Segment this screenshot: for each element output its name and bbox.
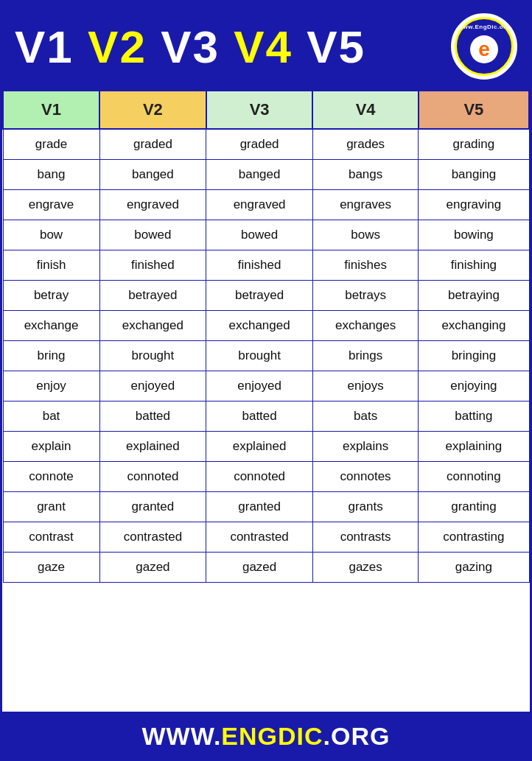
table-row: contrastcontrastedcontrastedcontrastscon… <box>3 522 529 553</box>
table-cell: brought <box>206 341 313 371</box>
table-cell: bow <box>3 220 99 250</box>
table-cell: connotes <box>312 462 418 492</box>
table-cell: betray <box>3 281 99 311</box>
table-row: gazegazedgazedgazesgazing <box>3 553 529 583</box>
logo-url-top: www.EngDic.org <box>458 24 510 30</box>
table-row: grantgrantedgrantedgrantsgranting <box>3 492 529 522</box>
table-cell: engraves <box>312 190 418 220</box>
table-cell: finished <box>99 250 206 281</box>
table-cell: exchanges <box>312 311 418 341</box>
title-v3: V3 <box>161 21 234 72</box>
page-footer: WWW.ENGDIC.ORG <box>0 712 532 761</box>
main-title: V1 V2 V3 V4 V5 <box>15 21 365 73</box>
table-cell: bring <box>3 341 99 371</box>
table-cell: gazed <box>206 553 313 583</box>
table-cell: connoting <box>419 462 529 492</box>
table-cell: batted <box>99 401 206 432</box>
table-cell: bangs <box>312 160 418 190</box>
table-cell: exchanged <box>99 311 206 341</box>
table-cell: betraying <box>419 281 529 311</box>
table-cell: finish <box>3 250 99 281</box>
title-v2: V2 <box>88 21 161 72</box>
table-row: engraveengravedengravedengravesengraving <box>3 190 529 220</box>
table-cell: brings <box>312 341 418 371</box>
page-header: V1 V2 V3 V4 V5 www.EngDic.org e <box>0 0 532 90</box>
table-cell: brought <box>99 341 206 371</box>
table-row: batbattedbattedbatsbatting <box>3 401 529 432</box>
title-v4: V4 <box>234 21 307 72</box>
table-row: bangbangedbangedbangsbanging <box>3 160 529 190</box>
table-cell: bat <box>3 401 99 432</box>
table-row: connoteconnotedconnotedconnotesconnoting <box>3 462 529 492</box>
table-cell: bats <box>312 401 418 432</box>
table-cell: gazes <box>312 553 418 583</box>
table-row: bringbroughtbroughtbringsbringing <box>3 341 529 371</box>
table-cell: banging <box>419 160 529 190</box>
table-cell: exchange <box>3 311 99 341</box>
table-row: betraybetrayedbetrayedbetraysbetraying <box>3 281 529 311</box>
table-cell: finishing <box>419 250 529 281</box>
table-cell: engraved <box>99 190 206 220</box>
table-cell: bowed <box>99 220 206 250</box>
table-cell: contrasts <box>312 522 418 553</box>
col-header-v1: V1 <box>3 91 99 129</box>
table-cell: explained <box>206 432 313 462</box>
table-cell: explains <box>312 432 418 462</box>
table-row: explainexplainedexplainedexplainsexplain… <box>3 432 529 462</box>
table-cell: betrays <box>312 281 418 311</box>
table-cell: gazing <box>419 553 529 583</box>
table-row: exchangeexchangedexchangedexchangesexcha… <box>3 311 529 341</box>
table-cell: connoted <box>99 462 206 492</box>
table-cell: gazed <box>99 553 206 583</box>
table-cell: exchanging <box>419 311 529 341</box>
footer-url: WWW.ENGDIC.ORG <box>15 722 517 751</box>
table-cell: grading <box>419 129 529 160</box>
table-cell: contrasted <box>99 522 206 553</box>
table-cell: grant <box>3 492 99 522</box>
table-cell: granted <box>99 492 206 522</box>
table-cell: engraved <box>206 190 313 220</box>
table-cell: exchanged <box>206 311 313 341</box>
table-cell: bows <box>312 220 418 250</box>
footer-org: .ORG <box>323 722 391 750</box>
col-header-v2: V2 <box>99 91 206 129</box>
footer-www: WWW. <box>142 722 222 750</box>
table-cell: enjoyed <box>206 371 313 401</box>
table-header-row: V1 V2 V3 V4 V5 <box>3 91 529 129</box>
table-cell: explained <box>99 432 206 462</box>
table-cell: enjoying <box>419 371 529 401</box>
table-row: finishfinishedfinishedfinishesfinishing <box>3 250 529 281</box>
logo-inner: www.EngDic.org e <box>455 17 514 76</box>
table-cell: enjoyed <box>99 371 206 401</box>
col-header-v4: V4 <box>312 91 418 129</box>
table-cell: bang <box>3 160 99 190</box>
table-cell: contrasting <box>419 522 529 553</box>
table-row: bowbowedbowedbowsbowing <box>3 220 529 250</box>
table-cell: batting <box>419 401 529 432</box>
table-cell: contrast <box>3 522 99 553</box>
table-cell: grants <box>312 492 418 522</box>
table-cell: betrayed <box>206 281 313 311</box>
title-v1: V1 <box>15 21 88 72</box>
footer-engdic: ENGDIC <box>221 722 323 750</box>
title-v5: V5 <box>307 21 365 72</box>
table-cell: granting <box>419 492 529 522</box>
table-row: enjoyenjoyedenjoyedenjoysenjoying <box>3 371 529 401</box>
table-cell: engraving <box>419 190 529 220</box>
site-logo: www.EngDic.org e <box>451 13 517 80</box>
table-cell: connoted <box>206 462 313 492</box>
col-header-v5: V5 <box>419 91 529 129</box>
table-cell: finishes <box>312 250 418 281</box>
col-header-v3: V3 <box>206 91 313 129</box>
table-cell: enjoy <box>3 371 99 401</box>
table-cell: contrasted <box>206 522 313 553</box>
table-cell: betrayed <box>99 281 206 311</box>
table-cell: granted <box>206 492 313 522</box>
table-cell: connote <box>3 462 99 492</box>
table-cell: enjoys <box>312 371 418 401</box>
table-cell: graded <box>99 129 206 160</box>
table-cell: gaze <box>3 553 99 583</box>
table-cell: batted <box>206 401 313 432</box>
table-cell: engrave <box>3 190 99 220</box>
verb-table-container: V1 V2 V3 V4 V5 gradegradedgradedgradesgr… <box>0 90 532 712</box>
